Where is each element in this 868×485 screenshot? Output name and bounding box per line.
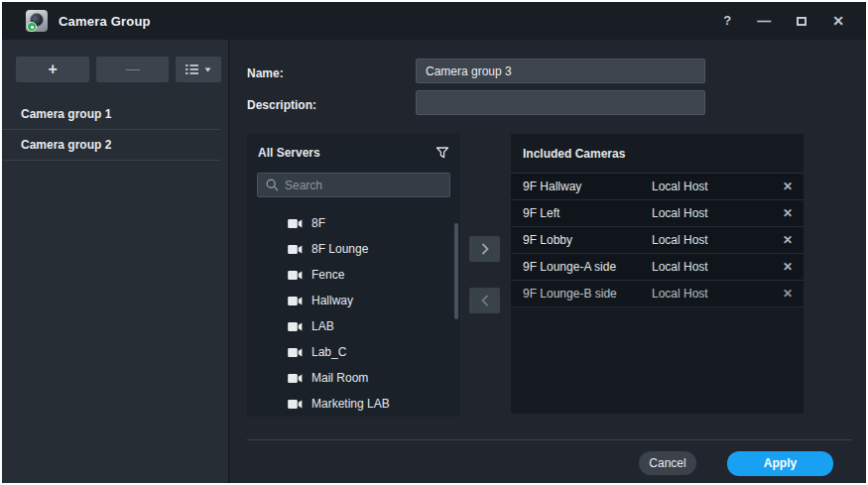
included-camera-server: Local Host bbox=[652, 180, 780, 193]
maximize-icon[interactable] bbox=[797, 17, 806, 26]
main-content: Name: Description: All Servers Sear bbox=[230, 40, 866, 483]
server-camera-item[interactable]: Lab_C bbox=[247, 339, 460, 365]
included-camera-server: Local Host bbox=[652, 260, 780, 274]
screenshot-frame: Camera Group ? — ✕ + — bbox=[0, 0, 868, 485]
camera-name: Marketing LAB bbox=[311, 397, 390, 411]
included-camera-name: 9F Lounge-B side bbox=[519, 287, 652, 301]
included-camera-name: 9F Hallway bbox=[519, 180, 652, 193]
description-label: Description: bbox=[247, 98, 316, 112]
camera-icon bbox=[288, 347, 303, 358]
close-icon[interactable]: ✕ bbox=[832, 14, 844, 28]
all-servers-panel: All Servers Search 8F8F LoungeFenceHallw… bbox=[247, 134, 460, 417]
minimize-icon[interactable]: — bbox=[757, 14, 771, 28]
camera-name: LAB bbox=[311, 319, 334, 333]
search-input[interactable]: Search bbox=[257, 173, 450, 197]
group-sidebar: + — Camera group 1Camera group 2 bbox=[2, 40, 229, 483]
remove-camera-icon[interactable]: ✕ bbox=[780, 206, 796, 220]
camera-icon bbox=[288, 399, 303, 410]
all-servers-title: All Servers bbox=[258, 146, 435, 160]
server-camera-item[interactable]: 8F Lounge bbox=[247, 236, 460, 262]
description-input[interactable] bbox=[416, 90, 705, 115]
footer-divider bbox=[247, 439, 851, 440]
remove-camera-icon[interactable]: ✕ bbox=[780, 233, 796, 247]
included-camera-row: 9F Lounge-A sideLocal Host✕ bbox=[511, 254, 804, 281]
server-camera-item[interactable]: Marketing LAB bbox=[247, 391, 460, 417]
camera-name: 8F Lounge bbox=[311, 242, 368, 256]
camera-name: Lab_C bbox=[311, 345, 346, 359]
camera-icon bbox=[288, 373, 303, 384]
camera-icon bbox=[288, 244, 303, 255]
camera-icon bbox=[288, 270, 303, 281]
included-camera-row: 9F HallwayLocal Host✕ bbox=[511, 174, 804, 200]
camera-name: Mail Room bbox=[311, 371, 368, 385]
search-placeholder: Search bbox=[285, 179, 322, 192]
remove-camera-icon[interactable]: ✕ bbox=[780, 287, 796, 301]
included-camera-row: 9F Lounge-B sideLocal Host✕ bbox=[511, 281, 804, 307]
server-camera-item[interactable]: Hallway bbox=[247, 288, 460, 313]
footer: Cancel Apply bbox=[230, 448, 866, 478]
help-icon[interactable]: ? bbox=[723, 14, 731, 28]
camera-name: Hallway bbox=[311, 294, 353, 307]
server-camera-item[interactable]: LAB bbox=[247, 313, 460, 339]
remove-camera-icon[interactable]: ✕ bbox=[780, 260, 796, 274]
name-label: Name: bbox=[247, 66, 284, 80]
camera-name: 8F bbox=[311, 216, 325, 230]
included-cameras-panel: Included Cameras 9F HallwayLocal Host✕9F… bbox=[511, 134, 804, 414]
included-camera-row: 9F LeftLocal Host✕ bbox=[511, 200, 804, 227]
list-view-menu-button[interactable] bbox=[176, 57, 221, 82]
remove-camera-arrow-button[interactable] bbox=[469, 288, 500, 313]
titlebar: Camera Group ? — ✕ bbox=[2, 2, 866, 40]
camera-name: Fence bbox=[311, 268, 344, 282]
included-camera-name: 9F Lounge-A side bbox=[519, 260, 652, 274]
window-title: Camera Group bbox=[59, 14, 151, 29]
included-cameras-title: Included Cameras bbox=[523, 147, 792, 161]
add-group-button[interactable]: + bbox=[16, 57, 89, 82]
apply-button[interactable]: Apply bbox=[727, 451, 833, 476]
included-camera-server: Local Host bbox=[652, 233, 780, 247]
included-cameras-header: Included Cameras bbox=[511, 134, 804, 174]
sidebar-group-item[interactable]: Camera group 1 bbox=[2, 99, 220, 130]
camera-icon bbox=[288, 296, 303, 306]
remove-camera-icon[interactable]: ✕ bbox=[780, 180, 796, 193]
included-camera-row: 9F LobbyLocal Host✕ bbox=[511, 227, 804, 254]
servers-scrollbar[interactable] bbox=[454, 223, 458, 319]
cancel-button[interactable]: Cancel bbox=[639, 451, 696, 475]
filter-icon[interactable] bbox=[435, 146, 449, 160]
server-camera-item[interactable]: Mail Room bbox=[247, 365, 460, 391]
chevron-down-icon bbox=[204, 67, 211, 72]
add-camera-arrow-button[interactable] bbox=[469, 236, 500, 262]
list-icon bbox=[186, 63, 199, 75]
included-cameras-list: 9F HallwayLocal Host✕9F LeftLocal Host✕9… bbox=[511, 174, 804, 307]
chevron-right-icon bbox=[481, 243, 489, 255]
green-status-badge bbox=[27, 22, 37, 32]
server-camera-item[interactable]: 8F bbox=[247, 210, 460, 236]
camera-group-list: Camera group 1Camera group 2 bbox=[2, 99, 228, 161]
included-camera-server: Local Host bbox=[652, 287, 780, 301]
chevron-left-icon bbox=[481, 295, 489, 306]
camera-group-dialog: Camera Group ? — ✕ + — bbox=[2, 2, 866, 483]
included-camera-name: 9F Lobby bbox=[519, 233, 652, 247]
camera-icon bbox=[288, 321, 303, 332]
server-camera-item[interactable]: Fence bbox=[247, 262, 460, 288]
included-camera-name: 9F Left bbox=[519, 206, 652, 220]
sidebar-group-item[interactable]: Camera group 2 bbox=[2, 130, 220, 161]
search-icon bbox=[266, 179, 279, 191]
surveillance-app-icon bbox=[26, 10, 48, 32]
server-camera-list: 8F8F LoungeFenceHallwayLABLab_CMail Room… bbox=[247, 197, 460, 417]
all-servers-header: All Servers bbox=[247, 134, 460, 172]
included-camera-server: Local Host bbox=[652, 206, 780, 220]
remove-group-button[interactable]: — bbox=[96, 57, 169, 82]
name-input[interactable] bbox=[416, 59, 705, 83]
camera-icon bbox=[288, 218, 303, 229]
group-toolbar: + — bbox=[2, 40, 228, 97]
